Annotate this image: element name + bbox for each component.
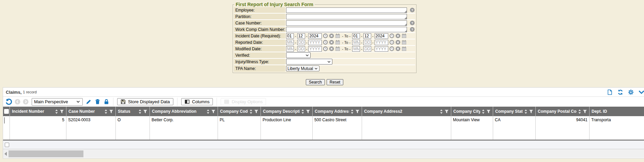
sort-icon[interactable]: [524, 109, 528, 114]
incident-to-day-input[interactable]: [363, 33, 371, 39]
clear-icon[interactable]: [329, 46, 334, 51]
columns-button[interactable]: Columns: [181, 98, 213, 105]
lock-icon[interactable]: [104, 99, 109, 105]
perspective-select[interactable]: Main Perspective: [32, 98, 83, 106]
sort-icon[interactable]: [440, 109, 443, 114]
footer-checkbox[interactable]: [5, 143, 9, 147]
column-header-incident-number[interactable]: Incident Number: [10, 107, 66, 116]
column-header-status[interactable]: Status: [116, 107, 150, 116]
modified-to-year-input[interactable]: [375, 46, 388, 52]
edit-pencil-icon[interactable]: [86, 99, 92, 105]
filter-funnel-icon[interactable]: [254, 109, 258, 114]
time-icon[interactable]: [389, 46, 394, 51]
reported-from-month-input[interactable]: [286, 40, 294, 45]
scroll-left-arrow-icon[interactable]: [4, 152, 7, 156]
column-header-company-description[interactable]: Company Description: [261, 107, 313, 116]
verified-select[interactable]: [286, 52, 311, 58]
modified-from-month-input[interactable]: [286, 46, 294, 52]
column-header-case-number[interactable]: Case Number: [66, 107, 116, 116]
help-icon[interactable]: [410, 27, 415, 32]
filter-funnel-icon[interactable]: [306, 109, 310, 114]
calendar-icon[interactable]: [335, 46, 340, 51]
modified-to-day-input[interactable]: [363, 46, 371, 52]
column-header-company-address1[interactable]: Company Address1: [313, 107, 362, 116]
case-number-input[interactable]: [286, 20, 407, 26]
filter-funnel-icon[interactable]: [355, 109, 360, 114]
filter-funnel-icon[interactable]: [444, 109, 449, 114]
table-row[interactable]: 5 S2024-0003 O Better Corp. PL Productio…: [3, 116, 644, 141]
column-header-company-city[interactable]: Company City: [451, 107, 493, 116]
search-button[interactable]: Search: [306, 79, 325, 85]
sort-icon[interactable]: [578, 109, 581, 114]
incident-to-year-input[interactable]: [375, 33, 388, 39]
clear-icon[interactable]: [329, 33, 334, 38]
filter-funnel-icon[interactable]: [143, 109, 147, 114]
calendar-icon[interactable]: [402, 33, 407, 38]
column-header-company-state[interactable]: Company State: [493, 107, 536, 116]
modified-from-year-input[interactable]: [308, 46, 322, 52]
sort-icon[interactable]: [249, 109, 253, 114]
sort-icon[interactable]: [350, 109, 354, 114]
new-document-icon[interactable]: [607, 89, 613, 95]
incident-from-month-input[interactable]: [286, 33, 294, 39]
sort-icon[interactable]: [55, 109, 58, 114]
calendar-icon[interactable]: [335, 33, 340, 38]
filter-funnel-icon[interactable]: [109, 109, 113, 114]
column-header-company-postal-code[interactable]: Company Postal Code: [536, 107, 590, 116]
modified-to-month-input[interactable]: [352, 46, 360, 52]
time-icon[interactable]: [323, 40, 328, 45]
filter-funnel-icon[interactable]: [211, 109, 216, 114]
delete-trash-icon[interactable]: [95, 99, 100, 105]
help-icon[interactable]: [410, 20, 415, 25]
incident-from-day-input[interactable]: [297, 33, 305, 39]
clear-icon[interactable]: [329, 40, 334, 45]
help-icon[interactable]: [410, 7, 415, 13]
select-all-checkbox[interactable]: [4, 109, 9, 114]
chevron-down-icon[interactable]: [639, 89, 644, 95]
scrollbar-thumb[interactable]: [9, 150, 83, 157]
horizontal-scrollbar[interactable]: [3, 149, 644, 158]
incident-from-year-input[interactable]: [308, 33, 322, 39]
clear-icon[interactable]: [395, 40, 400, 45]
sort-icon[interactable]: [138, 109, 142, 114]
column-header-company-address2[interactable]: Company Address2: [362, 107, 451, 116]
filter-funnel-icon[interactable]: [486, 109, 491, 114]
calendar-icon[interactable]: [402, 40, 407, 45]
reported-to-day-input[interactable]: [363, 40, 371, 45]
injury-type-select[interactable]: [286, 59, 332, 65]
calendar-icon[interactable]: [335, 40, 340, 45]
reported-from-day-input[interactable]: [297, 40, 305, 45]
reported-to-year-input[interactable]: [375, 40, 388, 45]
sort-icon[interactable]: [482, 109, 485, 114]
reset-button[interactable]: Reset: [327, 79, 343, 85]
clear-icon[interactable]: [395, 46, 400, 51]
sort-icon[interactable]: [206, 109, 210, 114]
refresh-icon[interactable]: [617, 89, 623, 95]
undo-icon[interactable]: [5, 98, 12, 105]
work-comp-input[interactable]: [286, 27, 407, 32]
sort-icon[interactable]: [104, 109, 108, 114]
modified-from-day-input[interactable]: [297, 46, 305, 52]
partition-input[interactable]: [286, 14, 407, 19]
store-displayed-data-button[interactable]: Store Displayed Data: [117, 98, 173, 105]
column-header-dept-id[interactable]: Dept. ID: [590, 107, 644, 116]
row-checkbox[interactable]: [4, 117, 5, 124]
incident-to-month-input[interactable]: [352, 33, 360, 39]
sort-icon[interactable]: [301, 109, 304, 114]
gear-icon[interactable]: [628, 89, 634, 95]
column-header-company-abbreviation[interactable]: Company Abbreviation: [150, 107, 218, 116]
tpa-name-select[interactable]: Liberty Mutual: [286, 66, 319, 71]
filter-funnel-icon[interactable]: [529, 109, 533, 114]
time-icon[interactable]: [389, 40, 394, 45]
filter-funnel-icon[interactable]: [60, 109, 64, 114]
calendar-icon[interactable]: [402, 46, 407, 51]
reported-from-year-input[interactable]: [308, 40, 322, 45]
filter-funnel-icon[interactable]: [583, 109, 587, 114]
clear-icon[interactable]: [395, 33, 400, 38]
column-header-company-code[interactable]: Company Code: [218, 107, 261, 116]
employee-input[interactable]: [286, 7, 407, 13]
time-icon[interactable]: [323, 33, 328, 38]
time-icon[interactable]: [389, 33, 394, 38]
reported-to-month-input[interactable]: [352, 40, 360, 45]
time-icon[interactable]: [323, 46, 328, 51]
